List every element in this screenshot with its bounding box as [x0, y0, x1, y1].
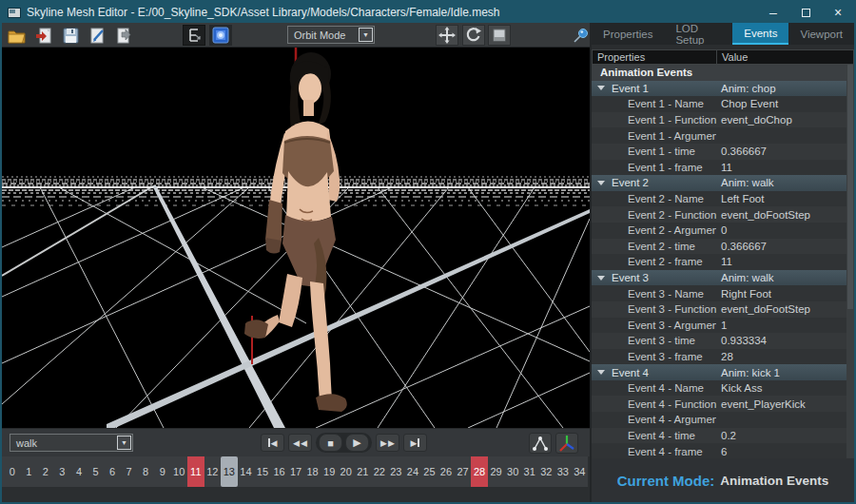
event-property-row[interactable]: Event 4 - time0.2: [592, 428, 846, 444]
tab-events[interactable]: Events: [732, 23, 788, 45]
timeline-frame-5[interactable]: 5: [88, 456, 105, 487]
edit-button[interactable]: [86, 25, 108, 46]
open-folder-button[interactable]: [6, 25, 29, 46]
chevron-down-icon[interactable]: ▼: [359, 28, 373, 42]
event-property-row[interactable]: Event 3 - frame28: [592, 349, 846, 365]
import-button[interactable]: [32, 25, 55, 46]
scale-button[interactable]: [488, 25, 511, 46]
event-property-row[interactable]: Event 2 - NameLeft Foot: [592, 191, 846, 207]
event-property-row[interactable]: Event 3 - Argument1: [592, 318, 846, 334]
maximize-button[interactable]: [789, 2, 822, 23]
animation-select[interactable]: walk ▼: [10, 434, 133, 452]
timeline-frame-29[interactable]: 29: [488, 456, 505, 487]
chevron-down-icon[interactable]: [597, 181, 605, 185]
event-parent-row[interactable]: Event 3Anim: walk: [592, 270, 846, 286]
timeline-frame-0[interactable]: 0: [4, 456, 21, 487]
minimize-button[interactable]: –: [757, 2, 789, 23]
timeline-frame-4[interactable]: 4: [70, 456, 88, 487]
chevron-down-icon[interactable]: [597, 276, 605, 281]
chevron-down-icon[interactable]: [597, 86, 605, 90]
save-button[interactable]: [59, 25, 82, 46]
chevron-down-icon[interactable]: [597, 370, 605, 375]
column-header-properties[interactable]: Properties: [593, 50, 717, 64]
tab-viewport[interactable]: Viewport: [788, 23, 854, 45]
timeline-frame-22[interactable]: 22: [371, 456, 388, 487]
event-property-row[interactable]: Event 4 - frame6: [592, 443, 846, 458]
timeline-frame-2[interactable]: 2: [37, 456, 54, 487]
timeline-frame-1[interactable]: 1: [21, 456, 38, 487]
event-property-row[interactable]: Event 2 - time0.366667: [592, 239, 846, 255]
orbit-mode-select[interactable]: Orbit Mode ▼: [287, 26, 375, 44]
event-property-row[interactable]: Event 1 - Functionevent_doChop: [592, 112, 846, 128]
event-parent-row[interactable]: Event 4Anim: kick 1: [592, 364, 846, 380]
skip-end-button[interactable]: ▶: [403, 434, 427, 452]
event-property-row[interactable]: Event 2 - Argument0: [592, 223, 846, 239]
timeline-frame-24[interactable]: 24: [404, 456, 421, 487]
event-property-row[interactable]: Event 3 - NameRight Foot: [592, 285, 846, 301]
timeline-frame-26[interactable]: 26: [438, 456, 455, 487]
event-property-row[interactable]: Event 4 - NameKick Ass: [592, 380, 846, 397]
timeline-frame-16[interactable]: 16: [271, 456, 288, 487]
timeline-frame-32[interactable]: 32: [538, 456, 555, 487]
event-property-row[interactable]: Event 1 - time0.366667: [592, 144, 846, 160]
pin-button[interactable]: [569, 25, 592, 46]
axis-gizmo-button[interactable]: [555, 433, 578, 454]
timeline-frame-15[interactable]: 15: [254, 456, 271, 487]
event-property-row[interactable]: Event 2 - frame11: [592, 254, 846, 270]
timeline-frame-8[interactable]: 8: [137, 456, 154, 487]
tab-properties[interactable]: Properties: [592, 23, 664, 45]
timeline-frame-14[interactable]: 14: [238, 456, 255, 487]
timeline-frame-20[interactable]: 20: [338, 456, 355, 487]
stop-button[interactable]: ■: [319, 434, 342, 452]
close-button[interactable]: ×: [822, 2, 854, 23]
timeline-frame-17[interactable]: 17: [287, 456, 304, 487]
timeline-frame-9[interactable]: 9: [154, 456, 171, 487]
timeline-frame-33[interactable]: 33: [554, 456, 572, 487]
timeline-frame-6[interactable]: 6: [104, 456, 121, 487]
timeline-frame-25[interactable]: 25: [421, 456, 438, 487]
event-property-row[interactable]: Event 2 - Functionevent_doFootStep: [592, 206, 846, 223]
group-header-row[interactable]: Animation Events: [592, 65, 846, 81]
viewport-3d[interactable]: [2, 48, 590, 428]
event-property-row[interactable]: Event 3 - time0.933334: [592, 333, 846, 349]
timeline-frame-3[interactable]: 3: [54, 456, 71, 487]
skeleton-toggle-button[interactable]: [183, 25, 205, 46]
skip-start-button[interactable]: ◀: [261, 434, 284, 452]
timeline-frame-13[interactable]: 13: [221, 456, 238, 487]
fast-forward-button[interactable]: ▶▶: [376, 434, 399, 452]
timeline-frame-18[interactable]: 18: [304, 456, 321, 487]
tab-bar: Properties LOD Setup Events Viewport: [592, 23, 854, 45]
timeline-frame-34[interactable]: 34: [572, 456, 589, 487]
timeline-frame-27[interactable]: 27: [455, 456, 472, 487]
light-toggle-button[interactable]: [209, 25, 232, 46]
tab-lod-setup[interactable]: LOD Setup: [664, 23, 732, 45]
chevron-down-icon[interactable]: ▼: [117, 436, 131, 450]
table-scrollbar[interactable]: [846, 65, 854, 458]
event-parent-row[interactable]: Event 2Anim: walk: [592, 175, 846, 191]
event-parent-row[interactable]: Event 1Anim: chop: [592, 81, 846, 97]
event-property-row[interactable]: Event 1 - frame11: [592, 160, 846, 176]
timeline-frame-10[interactable]: 10: [170, 456, 187, 487]
timeline-frame-21[interactable]: 21: [354, 456, 371, 487]
timeline-frame-11[interactable]: 11: [187, 456, 204, 487]
timeline-frame-30[interactable]: 30: [504, 456, 521, 487]
timeline-frame-7[interactable]: 7: [121, 456, 138, 487]
rewind-button[interactable]: ◀◀: [288, 434, 312, 452]
event-property-row[interactable]: Event 1 - NameChop Event: [592, 96, 846, 112]
move-button[interactable]: [436, 25, 458, 46]
play-button[interactable]: ▶: [345, 434, 369, 452]
event-property-row[interactable]: Event 3 - Functionevent_doFootStep: [592, 301, 846, 318]
event-property-row[interactable]: Event 4 - Functionevent_PlayerKick: [592, 396, 846, 412]
export-button[interactable]: [112, 25, 135, 46]
timeline-frame-19[interactable]: 19: [321, 456, 338, 487]
bone-hierarchy-button[interactable]: [529, 433, 552, 454]
event-property-row[interactable]: Event 1 - Argument: [592, 127, 846, 144]
event-property-row[interactable]: Event 4 - Argument: [592, 412, 846, 428]
rotate-button[interactable]: [462, 25, 485, 46]
timeline-frame-12[interactable]: 12: [204, 456, 222, 487]
scrollbar-thumb[interactable]: [847, 65, 853, 309]
column-header-value[interactable]: Value: [717, 50, 853, 64]
timeline-frame-23[interactable]: 23: [388, 456, 405, 487]
timeline-frame-28[interactable]: 28: [471, 456, 488, 487]
timeline-frame-31[interactable]: 31: [521, 456, 538, 487]
